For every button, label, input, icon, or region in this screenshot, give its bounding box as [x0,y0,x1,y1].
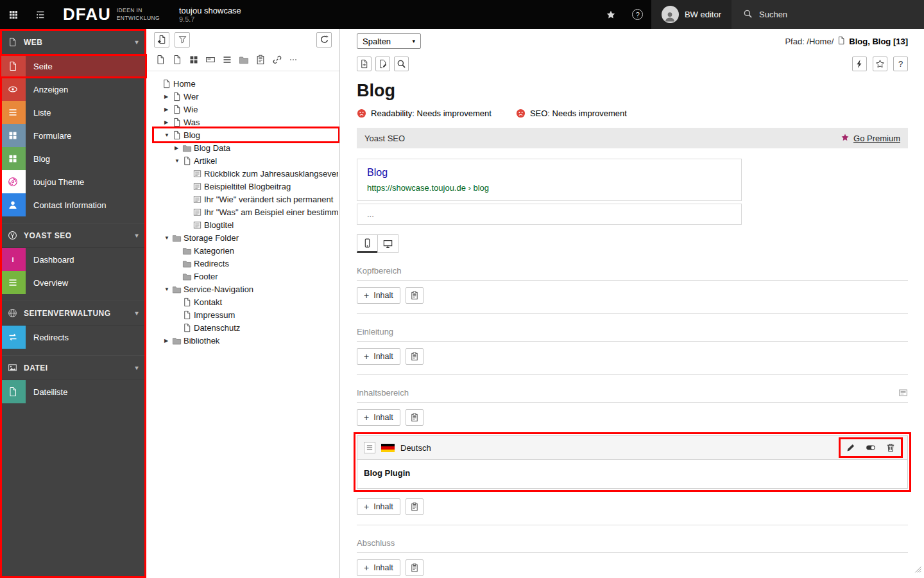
expander-icon[interactable]: ▼ [175,158,182,164]
module-icon-box [0,380,26,403]
tree-node-footer[interactable]: Footer [154,270,338,283]
mobile-preview-button[interactable] [357,234,378,253]
tree-node-home[interactable]: Home [154,77,338,90]
add-content-button[interactable]: +Inhalt [357,498,400,515]
tree-node-blogtitel[interactable]: Blogtitel [154,218,338,231]
tree-node-beispieltitel-blogbeitrag[interactable]: Beispieltitel Blogbeitrag [154,180,338,193]
sidebar-item-liste[interactable]: Liste [0,101,146,124]
filter-button[interactable] [175,32,190,48]
search-button[interactable] [394,57,409,71]
pagetype-paste-icon[interactable] [254,53,266,66]
tree-node-storage-folder[interactable]: ▼Storage Folder [154,231,338,244]
view-page-button[interactable] [357,57,372,71]
add-content-button[interactable]: +Inhalt [357,559,400,576]
tree-node-ihr-wie-ver-ndert-sich-permanent[interactable]: Ihr "Wie" verändert sich permanent [154,193,338,206]
paste-button[interactable] [406,559,424,576]
help-button[interactable]: ? [893,57,908,71]
sidebar-item-toujou-theme[interactable]: toujou Theme [0,170,146,193]
paste-button[interactable] [406,409,424,426]
add-content-button[interactable]: +Inhalt [357,409,400,426]
folder-icon [182,272,194,281]
sidebar-item-anzeigen[interactable]: Anzeigen [0,78,146,101]
tree-node-datenschutz[interactable]: Datenschutz [154,321,338,334]
tree-node-r-ckblick-zum-jahresausklangsever[interactable]: Rückblick zum Jahresausklangsever [154,167,338,180]
expander-icon[interactable]: ▼ [164,132,172,138]
help-button-topbar[interactable]: ? [624,0,651,29]
delete-button[interactable] [886,442,896,453]
tree-node-blog[interactable]: ▼Blog [154,128,338,141]
search-box[interactable]: Suchen [732,0,924,29]
paste-glyph [255,55,266,65]
tree-node-bibliothek[interactable]: ▶Bibliothek [154,334,338,347]
pagetype-folder-icon[interactable] [237,53,250,66]
visibility-button[interactable] [866,442,876,453]
sidebar-item-redirects[interactable]: Redirects [0,326,146,349]
user-menu[interactable]: BW editor [651,0,732,29]
tree-node-blog-data[interactable]: ▶Blog Data [154,141,338,154]
pagetype-banner-icon[interactable] [204,53,216,66]
sidebar-item-seite[interactable]: Seite [0,55,146,78]
pagetree-toggle-button[interactable] [27,0,54,29]
add-content-button[interactable]: +Inhalt [357,348,400,365]
tree-node-redirects[interactable]: Redirects [154,257,338,270]
modules-menu-button[interactable] [0,0,27,29]
paste-button[interactable] [406,287,424,304]
paste-button[interactable] [406,498,424,515]
paste-icon [410,352,419,361]
sidebar-item-blog[interactable]: Blog [0,147,146,170]
pagetype-divider-icon[interactable] [287,53,300,66]
pagetype-link-icon[interactable] [271,53,283,66]
dfau-logo[interactable]: DFAU IDEEN IN ENTWICKLUNG [63,0,160,29]
favorites-button[interactable] [597,0,624,29]
module-group-header-yoast-seo[interactable]: YOAST SEO▾ [0,223,146,248]
tree-node-kontakt[interactable]: Kontakt [154,295,338,308]
sitemgmt-group-icon [8,308,17,318]
pagetype-text-icon[interactable] [221,53,233,66]
tree-node-wer[interactable]: ▶Wer [154,90,338,103]
expander-icon[interactable]: ▶ [164,119,172,125]
notes-icon[interactable] [898,388,908,398]
tree-node-kategorien[interactable]: Kategorien [154,244,338,257]
sidebar-item-formulare[interactable]: Formulare [0,124,146,147]
tree-node-was[interactable]: ▶Was [154,116,338,128]
desktop-preview-button[interactable] [377,234,398,253]
yoast-panel-header[interactable]: Yoast SEO Go Premium [357,128,908,148]
expander-icon[interactable]: ▼ [164,235,172,241]
expander-icon[interactable]: ▶ [175,145,182,151]
tree-node-artikel[interactable]: ▼Artikel [154,154,338,167]
expander-icon[interactable]: ▶ [164,107,172,112]
add-content-button[interactable]: +Inhalt [357,287,400,304]
columns-select[interactable]: Spalten ▾ [357,33,421,49]
pagetype-mount-icon[interactable] [187,53,200,66]
module-group-header-seitenverwaltung[interactable]: SEITENVERWALTUNG▾ [0,301,146,326]
expander-icon[interactable]: ▶ [164,94,172,100]
expander-icon[interactable]: ▶ [164,338,172,344]
edit-button[interactable] [846,442,856,453]
module-group-header-web[interactable]: WEB▾ [0,30,146,55]
tree-node-ihr-was-am-beispiel-einer-bestimm[interactable]: Ihr "Was" am Beispiel einer bestimm [154,206,338,218]
clear-cache-button[interactable] [852,57,867,71]
bookmark-button[interactable] [873,57,887,71]
new-page-button[interactable] [154,32,169,48]
go-premium-link[interactable]: Go Premium [853,134,900,143]
pagetype-page-icon[interactable] [154,53,166,66]
section-label-inhaltsbereich: Inhaltsbereich [357,388,908,398]
tree-node-impressum[interactable]: Impressum [154,308,338,321]
content-element[interactable]: DeutschBlog Plugin [357,435,908,489]
article-icon [193,207,204,217]
tree-node-wie[interactable]: ▶Wie [154,103,338,116]
sidebar-item-overview[interactable]: Overview [0,271,146,294]
expander-icon[interactable]: ▼ [164,286,172,292]
paste-button[interactable] [406,348,424,365]
add-content-row: +Inhalt [357,348,908,365]
sidebar-item-dateiliste[interactable]: Dateiliste [0,380,146,403]
module-group-header-datei[interactable]: DATEI▾ [0,356,146,380]
pagetype-page-shortcut-icon[interactable] [171,53,183,66]
go-premium: Go Premium [841,133,900,144]
sidebar-item-dashboard[interactable]: iDashboard [0,248,146,271]
sidebar-item-contact-information[interactable]: Contact Information [0,193,146,216]
tree-node-service-navigation[interactable]: ▼Service-Navigation [154,283,338,295]
resize-handle[interactable] [914,565,922,576]
edit-page-button[interactable] [375,57,390,71]
refresh-button[interactable] [316,32,332,48]
